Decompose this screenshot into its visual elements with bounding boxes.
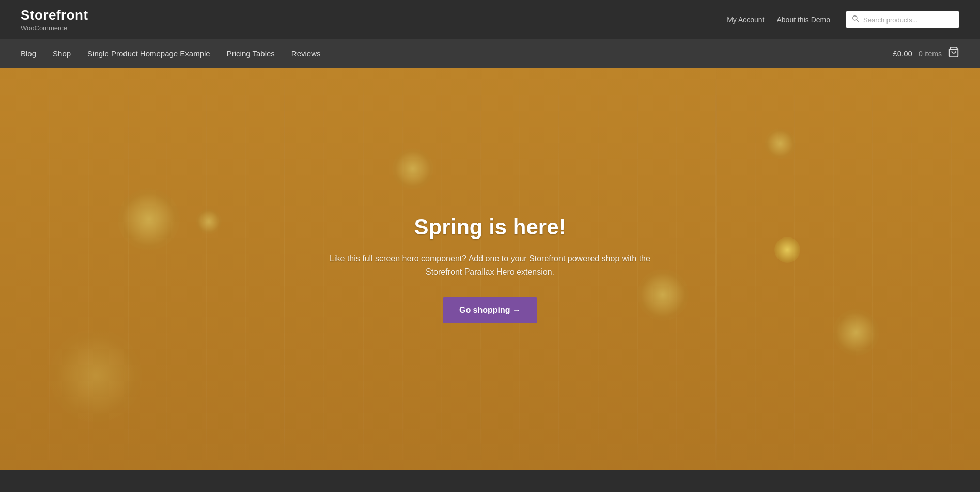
nav-reviews[interactable]: Reviews xyxy=(291,40,321,67)
search-input[interactable] xyxy=(863,16,953,24)
svg-line-1 xyxy=(857,20,859,22)
cart-section: £0.00 0 items xyxy=(893,46,959,60)
hero-content: Spring is here! Like this full screen he… xyxy=(309,215,671,323)
svg-point-0 xyxy=(853,16,857,20)
cart-items-count: 0 items xyxy=(919,50,942,58)
hero-title: Spring is here! xyxy=(320,215,661,240)
header: Storefront WooCommerce My Account About … xyxy=(0,0,980,39)
header-right: My Account About this Demo xyxy=(727,11,959,28)
search-icon xyxy=(852,15,859,24)
nav-bar: Blog Shop Single Product Homepage Exampl… xyxy=(0,39,980,68)
about-demo-link[interactable]: About this Demo xyxy=(777,15,831,24)
go-shopping-button[interactable]: Go shopping → xyxy=(443,297,537,323)
nav-blog[interactable]: Blog xyxy=(21,40,36,67)
hero-section: Spring is here! Like this full screen he… xyxy=(0,68,980,470)
brand-logo: Storefront WooCommerce xyxy=(21,7,88,32)
my-account-link[interactable]: My Account xyxy=(727,15,764,24)
brand-title: Storefront xyxy=(21,7,88,23)
nav-links: Blog Shop Single Product Homepage Exampl… xyxy=(21,40,321,67)
cart-price: £0.00 xyxy=(893,49,912,58)
header-nav: My Account About this Demo xyxy=(727,15,830,24)
brand-subtitle: WooCommerce xyxy=(21,24,88,32)
nav-single-product[interactable]: Single Product Homepage Example xyxy=(87,40,210,67)
hero-description: Like this full screen hero component? Ad… xyxy=(320,252,661,278)
search-box xyxy=(846,11,959,28)
nav-pricing-tables[interactable]: Pricing Tables xyxy=(227,40,275,67)
cart-icon[interactable] xyxy=(948,46,959,60)
nav-shop[interactable]: Shop xyxy=(53,40,71,67)
